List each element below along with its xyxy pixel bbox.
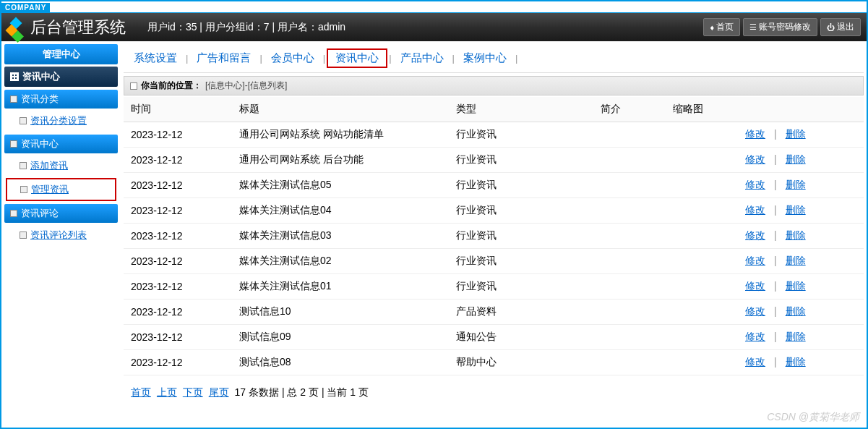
table-cell-time: 2023-12-12 xyxy=(124,148,232,173)
edit-link[interactable]: 修改 xyxy=(745,179,765,190)
pager-next[interactable]: 下页 xyxy=(183,386,203,398)
sidebar-section-header[interactable]: 资讯分类 xyxy=(4,90,118,109)
tab-separator: | xyxy=(323,53,325,64)
tab-item[interactable]: 系统设置 xyxy=(126,50,184,67)
table-cell-type: 行业资讯 xyxy=(449,148,593,173)
table-cell-thumb xyxy=(666,148,738,173)
breadcrumb-path: [信息中心]-[信息列表] xyxy=(205,80,287,92)
table-cell-title: 媒体关注测试信息05 xyxy=(232,173,449,198)
edit-link[interactable]: 修改 xyxy=(745,153,765,165)
table-cell-thumb xyxy=(666,198,738,224)
delete-link[interactable]: 删除 xyxy=(786,229,806,241)
table-cell-title: 测试信息09 xyxy=(232,325,449,350)
table-cell-thumb xyxy=(666,173,738,198)
pager-last[interactable]: 尾页 xyxy=(209,386,229,398)
table-cell-type: 行业资讯 xyxy=(449,274,593,300)
table-row: 2023-12-12媒体关注测试信息03行业资讯修改|删除 xyxy=(124,224,864,249)
table-cell-thumb xyxy=(666,122,738,148)
list-icon: ☰ xyxy=(749,22,757,32)
table-cell-actions: 修改|删除 xyxy=(738,274,864,300)
section-icon xyxy=(10,95,17,103)
edit-link[interactable]: 修改 xyxy=(745,331,765,342)
table-cell-time: 2023-12-12 xyxy=(124,300,232,325)
table-cell-time: 2023-12-12 xyxy=(124,198,232,224)
table-cell-thumb xyxy=(666,350,738,375)
table-cell-actions: 修改|删除 xyxy=(738,148,864,173)
sidebar-section-header[interactable]: 资讯中心 xyxy=(4,135,118,153)
table-header xyxy=(738,97,864,122)
edit-link[interactable]: 修改 xyxy=(745,229,765,241)
data-table: 时间标题类型简介缩略图 2023-12-12通用公司网站系统 网站功能清单行业资… xyxy=(124,97,864,375)
table-cell-type: 产品资料 xyxy=(449,300,593,325)
delete-link[interactable]: 删除 xyxy=(786,153,806,165)
table-row: 2023-12-12测试信息09通知公告修改|删除 xyxy=(124,325,864,350)
sidebar-item[interactable]: 资讯分类设置 xyxy=(6,110,116,132)
table-row: 2023-12-12通用公司网站系统 后台功能行业资讯修改|删除 xyxy=(124,148,864,173)
logo-icon xyxy=(7,19,25,36)
section-icon xyxy=(10,210,17,217)
delete-link[interactable]: 删除 xyxy=(786,204,806,216)
tab-item[interactable]: 会员中心 xyxy=(264,50,322,67)
logout-button[interactable]: ⏻退出 xyxy=(820,18,861,36)
sidebar-item[interactable]: 管理资讯 xyxy=(6,178,116,201)
sidebar-item[interactable]: 添加资讯 xyxy=(6,155,116,177)
tab-separator: | xyxy=(452,53,455,64)
table-cell-type: 行业资讯 xyxy=(449,122,593,148)
edit-link[interactable]: 修改 xyxy=(745,305,765,317)
table-cell-time: 2023-12-12 xyxy=(124,274,232,300)
delete-link[interactable]: 删除 xyxy=(786,280,806,292)
delete-link[interactable]: 删除 xyxy=(786,128,806,140)
home-button[interactable]: ♦首页 xyxy=(703,18,740,36)
breadcrumb-label: 你当前的位置： xyxy=(141,80,202,92)
breadcrumb: 你当前的位置： [信息中心]-[信息列表] xyxy=(124,76,864,95)
page-icon xyxy=(130,82,137,90)
table-cell-intro xyxy=(593,249,666,274)
pager-first[interactable]: 首页 xyxy=(131,386,151,398)
table-cell-type: 行业资讯 xyxy=(449,198,593,224)
delete-link[interactable]: 删除 xyxy=(786,179,806,190)
sidebar-item[interactable]: 资讯评论列表 xyxy=(6,224,116,246)
table-header: 缩略图 xyxy=(666,97,738,122)
table-header: 时间 xyxy=(124,97,232,122)
table-row: 2023-12-12测试信息10产品资料修改|删除 xyxy=(124,300,864,325)
grid-icon xyxy=(10,72,19,81)
content-wrap: 管理中心 资讯中心 资讯分类资讯分类设置资讯中心添加资讯管理资讯资讯评论资讯评论… xyxy=(1,41,867,427)
tab-separator: | xyxy=(186,53,188,64)
tab-item[interactable]: 广告和留言 xyxy=(189,50,258,67)
item-icon xyxy=(20,162,27,169)
delete-link[interactable]: 删除 xyxy=(786,305,806,317)
password-button[interactable]: ☰账号密码修改 xyxy=(743,18,817,36)
table-cell-actions: 修改|删除 xyxy=(738,300,864,325)
table-cell-title: 通用公司网站系统 网站功能清单 xyxy=(232,122,449,148)
table-cell-thumb xyxy=(666,300,738,325)
edit-link[interactable]: 修改 xyxy=(745,356,765,368)
table-cell-thumb xyxy=(666,224,738,249)
table-cell-time: 2023-12-12 xyxy=(124,350,232,375)
tab-item[interactable]: 资讯中心 xyxy=(327,48,387,68)
pager-prev[interactable]: 上页 xyxy=(157,386,177,398)
item-icon xyxy=(20,232,27,239)
delete-link[interactable]: 删除 xyxy=(786,331,806,342)
tab-item[interactable]: 案例中心 xyxy=(456,50,514,67)
home-icon: ♦ xyxy=(710,23,714,32)
sidebar-section-header[interactable]: 资讯评论 xyxy=(4,204,118,223)
table-header: 简介 xyxy=(593,97,666,122)
table-header: 标题 xyxy=(232,97,449,122)
table-cell-intro xyxy=(593,173,666,198)
sidebar-main-header: 管理中心 xyxy=(4,44,118,64)
system-title: 后台管理系统 xyxy=(30,17,126,38)
edit-link[interactable]: 修改 xyxy=(745,204,765,216)
item-icon xyxy=(20,186,27,193)
delete-link[interactable]: 删除 xyxy=(786,356,806,368)
table-cell-title: 媒体关注测试信息02 xyxy=(232,249,449,274)
delete-link[interactable]: 删除 xyxy=(786,255,806,266)
edit-link[interactable]: 修改 xyxy=(745,280,765,292)
table-cell-title: 测试信息08 xyxy=(232,350,449,375)
tab-separator: | xyxy=(515,53,517,64)
table-cell-title: 测试信息10 xyxy=(232,300,449,325)
table-cell-intro xyxy=(593,224,666,249)
edit-link[interactable]: 修改 xyxy=(745,255,765,266)
tab-item[interactable]: 产品中心 xyxy=(393,50,451,67)
edit-link[interactable]: 修改 xyxy=(745,128,765,140)
table-cell-actions: 修改|删除 xyxy=(738,350,864,375)
